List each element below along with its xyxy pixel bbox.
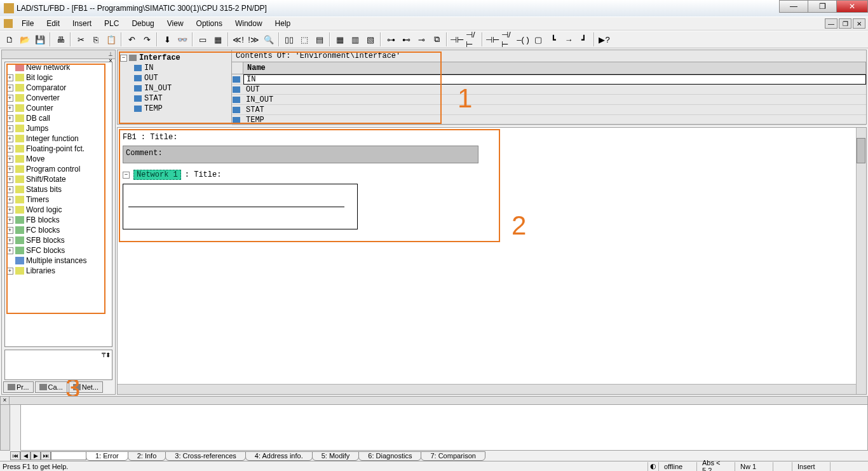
menu-file[interactable]: File	[15, 17, 40, 30]
not-icon[interactable]: ⊣/⊢	[465, 32, 479, 46]
horizontal-scrollbar[interactable]	[118, 384, 856, 394]
tab-nav-last-icon[interactable]: ⏭	[41, 451, 51, 460]
menu-window[interactable]: Window	[229, 17, 269, 30]
expander-icon[interactable]: +	[6, 247, 13, 254]
tab-nav-next-icon[interactable]: ▶	[31, 451, 41, 460]
mdi-close-button[interactable]: ✕	[853, 18, 865, 29]
catalog-item[interactable]: +Floating-point fct.	[5, 144, 112, 154]
branch-open-icon[interactable]: ┗	[546, 32, 560, 46]
expander-icon[interactable]: +	[6, 237, 13, 244]
interface-row[interactable]: IN_OUT	[232, 95, 866, 105]
mdi-minimize-button[interactable]: —	[825, 18, 837, 29]
menu-options[interactable]: Options	[190, 17, 229, 30]
catalog-item[interactable]: +Comparator	[5, 83, 112, 93]
print-icon[interactable]: 🖶	[53, 32, 67, 46]
cut-icon[interactable]: ✂	[74, 32, 88, 46]
view3-icon[interactable]: ▤	[313, 32, 327, 46]
io-icon[interactable]: ⧉	[430, 32, 444, 46]
catalog-item[interactable]: +FB blocks	[5, 215, 112, 225]
interface-row[interactable]: STAT	[232, 105, 866, 115]
output-tab[interactable]: 4: Address info.	[245, 451, 313, 461]
coil-icon[interactable]: –( )	[516, 32, 530, 46]
menu-debug[interactable]: Debug	[125, 17, 160, 30]
nc-contact-icon[interactable]: ⊣/⊢	[501, 32, 515, 46]
expander-icon[interactable]: +	[6, 85, 13, 92]
view1-icon[interactable]: ▯▯	[282, 32, 296, 46]
sidebar-tab-network[interactable]: Net...	[69, 381, 103, 393]
expander-icon[interactable]: +	[6, 186, 13, 193]
ladder-network[interactable]	[123, 184, 358, 229]
expander-icon[interactable]: +	[6, 207, 13, 214]
sidebar-tab-program[interactable]: Pr...	[3, 381, 34, 393]
catalog-item[interactable]: +Counter	[5, 103, 112, 113]
expander-icon[interactable]: +	[6, 227, 13, 234]
expander-icon[interactable]: +	[6, 125, 13, 132]
save-icon[interactable]: 💾	[33, 32, 47, 46]
expander-icon[interactable]: +	[6, 176, 13, 183]
expander-icon[interactable]: +	[6, 146, 13, 153]
catalog-item[interactable]: +FC blocks	[5, 225, 112, 235]
interface-row[interactable]: IN	[232, 74, 866, 85]
interface-row[interactable]: OUT	[232, 85, 866, 95]
editor-content[interactable]: FB1 : Title: Comment: − Network 1 : Titl…	[123, 133, 478, 229]
output-tab[interactable]: 3: Cross-references	[165, 451, 246, 461]
connect2-icon[interactable]: ⊷	[399, 32, 413, 46]
interface-tree-item[interactable]: IN	[120, 63, 229, 73]
sidebar-tab-call[interactable]: Ca...	[35, 381, 67, 393]
monitor-icon[interactable]: 👓	[175, 32, 189, 46]
catalog-item[interactable]: +Program control	[5, 164, 112, 174]
view2-icon[interactable]: ⬚	[297, 32, 311, 46]
network-header[interactable]: − Network 1 : Title:	[123, 170, 478, 180]
expander-icon[interactable]: +	[6, 135, 13, 142]
expander-icon[interactable]: +	[6, 156, 13, 163]
interface-tree-item[interactable]: TEMP	[120, 104, 229, 114]
tab-nav-prev-icon[interactable]: ◀	[20, 451, 31, 460]
output-tab[interactable]: 6: Diagnostics	[358, 451, 421, 461]
interface-rows[interactable]: INOUTIN_OUTSTATTEMP	[232, 74, 866, 125]
tab-nav-first-icon[interactable]: ⏮	[10, 451, 20, 460]
branch-close-icon[interactable]: →	[562, 32, 576, 46]
connector-icon[interactable]: ┛	[577, 32, 591, 46]
catalog-item[interactable]: Multiple instances	[5, 256, 112, 266]
maximize-button[interactable]: ❐	[808, 0, 837, 13]
menu-edit[interactable]: Edit	[40, 17, 66, 30]
goto2-icon[interactable]: !≫	[247, 32, 261, 46]
comment-box[interactable]: Comment:	[123, 146, 478, 163]
expander-icon[interactable]: +	[6, 166, 13, 173]
connect3-icon[interactable]: ⊸	[414, 32, 428, 46]
catalog-item[interactable]: +Status bits	[5, 184, 112, 195]
catalog-item[interactable]: +Jumps	[5, 123, 112, 133]
ref-icon[interactable]: ▦	[211, 32, 225, 46]
network-icon[interactable]: ▦	[333, 32, 347, 46]
help-icon[interactable]: ▶?	[597, 32, 611, 46]
expander-icon[interactable]: +	[6, 268, 13, 275]
copy-icon[interactable]: ⎘	[89, 32, 103, 46]
sidebar-close-icon[interactable]: ⟂ ×	[106, 50, 115, 58]
catalog-item[interactable]: +Word logic	[5, 205, 112, 215]
vertical-scrollbar[interactable]	[856, 128, 866, 394]
menu-help[interactable]: Help	[269, 17, 297, 30]
expander-icon[interactable]: +	[6, 74, 13, 81]
interface-row[interactable]: TEMP	[232, 115, 866, 125]
expander-icon[interactable]: +	[6, 105, 13, 112]
expander-icon[interactable]: +	[6, 95, 13, 102]
menu-insert[interactable]: Insert	[66, 17, 98, 30]
interface-tree-item[interactable]: STAT	[120, 93, 229, 104]
minimize-button[interactable]: —	[779, 0, 808, 13]
network-label[interactable]: Network 1	[133, 170, 181, 180]
catalog-item[interactable]: +Timers	[5, 195, 112, 205]
catalog-icon[interactable]: ▧	[363, 32, 377, 46]
interface-tree[interactable]: −Interface INOUTIN_OUTSTATTEMP	[118, 50, 232, 124]
download-icon[interactable]: ⬇	[160, 32, 174, 46]
paste-icon[interactable]: 📋	[104, 32, 118, 46]
catalog-item[interactable]: +Move	[5, 154, 112, 164]
catalog-item[interactable]: New network	[5, 62, 112, 72]
catalog-item[interactable]: +Integer function	[5, 133, 112, 144]
new-icon[interactable]: 🗋	[3, 32, 17, 46]
interface-tree-item[interactable]: OUT	[120, 73, 229, 83]
find-icon[interactable]: 🔍	[262, 32, 276, 46]
network-expander-icon[interactable]: −	[123, 172, 130, 179]
menu-view[interactable]: View	[161, 17, 190, 30]
fb-title[interactable]: FB1 : Title:	[123, 133, 478, 142]
output-tab[interactable]: 2: Info	[128, 451, 166, 461]
